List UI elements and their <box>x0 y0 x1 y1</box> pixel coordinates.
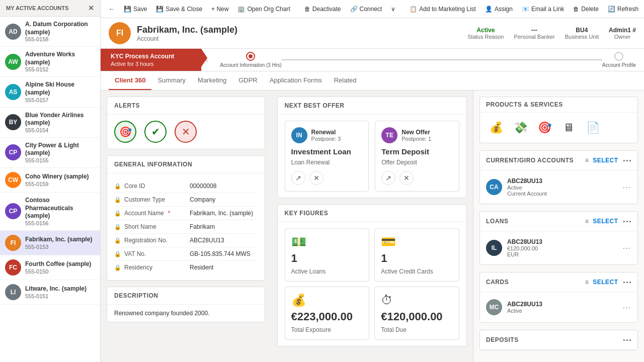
connect-button[interactable]: 🔗 Connect <box>346 4 386 15</box>
tab-gdpr[interactable]: GDPR <box>232 71 264 90</box>
loan-item-currency: EUR <box>507 251 616 257</box>
list-icon-cards: ≡ <box>585 279 589 286</box>
list-icon-giro: ≡ <box>585 157 589 164</box>
key-figure[interactable]: 💵 1 Active Loans <box>285 228 370 282</box>
delete-button[interactable]: 🗑 Delete <box>569 4 603 15</box>
sidebar-phone-fc: 555-0150 <box>25 268 95 275</box>
key-figure[interactable]: 💰 €223,000.00 Total Exposure <box>285 287 370 340</box>
account-info: Fabrikam, Inc. (sample) Account <box>137 25 461 42</box>
key-figures-grid: 💵 1 Active Loans 💳 1 Active Credit Cards… <box>278 222 466 346</box>
info-value[interactable]: GB-105.835.744 MWS <box>190 250 258 257</box>
general-info-title: GENERAL INFORMATION <box>114 161 192 168</box>
offer-desc: Offer Deposit <box>381 159 453 166</box>
process-step-sub: Active for 3 hours <box>111 61 191 67</box>
email-icon: 📧 <box>522 6 529 13</box>
open-org-button[interactable]: 🏢 Open Org Chart <box>233 4 294 15</box>
offer-close-button[interactable]: ✕ <box>309 171 324 185</box>
info-value[interactable]: Company <box>190 196 258 203</box>
offer-avatar: IN <box>291 127 307 143</box>
product-icon[interactable]: 💰 <box>486 118 506 138</box>
current-giro-select[interactable]: Select <box>593 157 618 164</box>
tab-related[interactable]: Related <box>328 71 363 90</box>
sidebar-item-cp1[interactable]: CP City Power & Light (sample) 555-0155 <box>0 138 100 168</box>
sidebar-avatar-li: LI <box>5 284 21 300</box>
sidebar-item-aw[interactable]: AW Adventure Works (sample) 555-0152 <box>0 47 100 77</box>
alerts-card: ALERTS 🎯 ✔ ✕ <box>107 97 265 149</box>
account-meta: Active Status Reason --- Personal Banker… <box>467 27 636 40</box>
current-giro-header: CURRENT/GIRO ACCOUNTS ≡ Select ⋯ <box>480 151 637 170</box>
info-label: 🔒 VAT No. <box>114 250 190 257</box>
info-value[interactable]: Resident <box>190 264 258 271</box>
product-icon[interactable]: 🎯 <box>534 118 554 138</box>
sidebar-info-by: Blue Yonder Airlines (sample) 555-0154 <box>25 112 95 133</box>
info-value[interactable]: Fabrikam <box>190 223 258 230</box>
sidebar-item-li[interactable]: LI Litware, Inc. (sample) 555-0151 <box>0 280 100 305</box>
sidebar-avatar-cw: CW <box>5 172 21 188</box>
sidebar-close-icon[interactable]: ✕ <box>88 4 94 12</box>
product-icon[interactable]: 📄 <box>583 118 603 138</box>
sidebar-item-ad[interactable]: AD A. Datum Corporation (sample) 555-015… <box>0 17 100 47</box>
product-icon[interactable]: 💸 <box>510 118 530 138</box>
info-table: 🔒 Core ID 00000008 🔒 Customer Type Compa… <box>114 179 258 274</box>
deactivate-button[interactable]: 🗑 Deactivate <box>300 4 345 15</box>
loan-item-more[interactable]: ⋯ <box>621 242 631 254</box>
loans-select[interactable]: Select <box>593 218 618 225</box>
offer-share-button[interactable]: ↗ <box>291 171 305 185</box>
product-icon[interactable]: 🖥 <box>558 118 579 138</box>
tab-application_forms[interactable]: Application Forms <box>264 71 328 90</box>
more-dropdown-button[interactable]: ∨ <box>387 4 399 15</box>
key-figure-value: 1 <box>381 252 453 265</box>
email-link-button[interactable]: 📧 Email a Link <box>518 4 568 15</box>
account-status-label: Status Reason <box>467 34 504 40</box>
more-icon-deposits[interactable]: ⋯ <box>622 334 632 345</box>
save-close-button[interactable]: 💾 Save & Close <box>152 4 206 15</box>
more-icon-giro[interactable]: ⋯ <box>622 155 632 166</box>
sidebar-item-as[interactable]: AS Alpine Ski House (sample) 555-0157 <box>0 77 100 107</box>
add-marketing-button[interactable]: 📋 Add to Marketing List <box>406 4 480 15</box>
info-value[interactable]: ABC28UU13 <box>190 237 258 244</box>
tab-summary[interactable]: Summary <box>151 71 192 90</box>
left-panel: ALERTS 🎯 ✔ ✕ GENERAL INFORMATION 🔒 Core … <box>101 90 271 362</box>
loan-item: IL ABC28UU13 €120,000.00 EUR ⋯ <box>486 235 631 260</box>
sidebar-item-fi[interactable]: FI Fabrikam, Inc. (sample) 555-0153 <box>0 231 100 255</box>
giro-item-sub: Current Account <box>507 191 616 197</box>
sidebar-item-cw[interactable]: CW Coho Winery (sample) 555-0159 <box>0 168 100 193</box>
sidebar-item-fc[interactable]: FC Fourth Coffee (sample) 555-0150 <box>0 255 100 280</box>
giro-item-more[interactable]: ⋯ <box>621 182 631 193</box>
sidebar-avatar-aw: AW <box>5 54 21 70</box>
sidebar-info-ad: A. Datum Corporation (sample) 555-0158 <box>25 21 95 42</box>
save-icon: 💾 <box>124 6 131 13</box>
sidebar-item-cp2[interactable]: CP Contoso Pharmaceuticals (sample) 555-… <box>0 193 100 231</box>
key-figure[interactable]: ⏱ €120,000.00 Total Due <box>374 287 459 340</box>
alert-icon-3[interactable]: ✕ <box>175 121 197 143</box>
account-bu-label: Business Unit <box>565 34 599 40</box>
offer-header: TE New Offer Postpone: 1 <box>381 127 453 143</box>
sidebar-item-by[interactable]: BY Blue Yonder Airlines (sample) 555-015… <box>0 108 100 138</box>
assign-button[interactable]: 👤 Assign <box>481 4 517 15</box>
next-best-offer-card: NEXT BEST OFFER IN Renewal Postpone: 3 I… <box>277 97 467 198</box>
more-icon-loans[interactable]: ⋯ <box>622 216 632 227</box>
more-icon-cards[interactable]: ⋯ <box>622 277 632 288</box>
info-value[interactable]: 00000008 <box>190 183 258 190</box>
delete-icon: 🗑 <box>573 6 579 13</box>
card-item-more[interactable]: ⋯ <box>621 302 631 313</box>
offer-share-button[interactable]: ↗ <box>381 171 395 185</box>
back-button[interactable]: ← <box>105 4 119 15</box>
tab-client360[interactable]: Client 360 <box>109 71 151 90</box>
sidebar-avatar-fc: FC <box>5 259 21 276</box>
next-best-offer-header: NEXT BEST OFFER <box>278 97 466 115</box>
account-banker-label: Personal Banker <box>514 34 554 40</box>
refresh-button[interactable]: 🔄 Refresh <box>604 4 642 15</box>
offer-close-button[interactable]: ✕ <box>399 171 414 185</box>
alert-icon-2[interactable]: ✔ <box>144 121 167 143</box>
key-figure[interactable]: 💳 1 Active Credit Cards <box>374 228 459 282</box>
alert-icon-1[interactable]: 🎯 <box>114 121 136 143</box>
info-label: 🔒 Customer Type <box>114 196 190 203</box>
cards-select[interactable]: Select <box>593 279 618 286</box>
main-content: ← 💾 Save 💾 Save & Close + New 🏢 Open Org… <box>101 0 644 362</box>
save-button[interactable]: 💾 Save <box>120 4 151 15</box>
new-button[interactable]: + New <box>207 4 232 15</box>
tab-marketing[interactable]: Marketing <box>192 71 232 90</box>
assign-icon: 👤 <box>485 6 493 13</box>
info-value[interactable]: Fabrikam, Inc. (sample) <box>190 210 258 217</box>
